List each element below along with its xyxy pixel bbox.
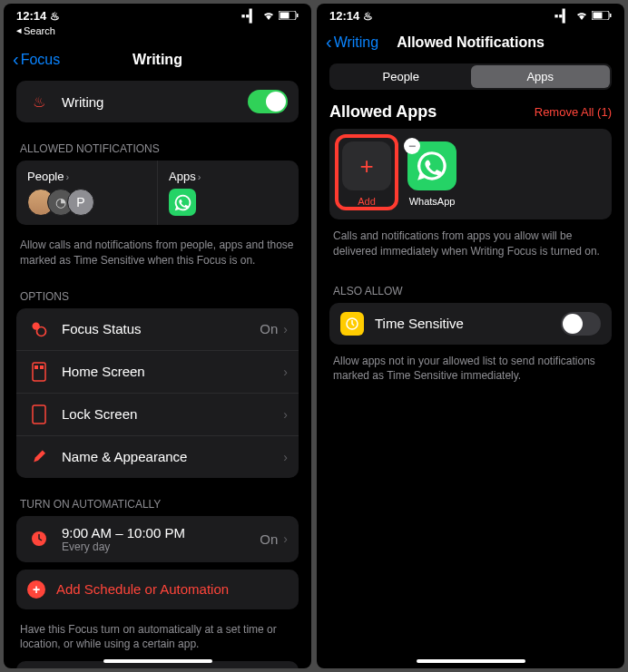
- phone-right: 12:14 ♨ ▪▪▎ ‹ Writing Allowed Notificati…: [317, 4, 624, 668]
- time-sensitive-toggle[interactable]: [561, 312, 601, 336]
- back-button[interactable]: ‹ Focus: [13, 49, 60, 70]
- home-indicator[interactable]: [103, 659, 212, 663]
- time-sensitive-group: Time Sensitive: [329, 303, 612, 345]
- remove-app-badge[interactable]: −: [404, 138, 420, 154]
- plus-icon: +: [359, 152, 373, 180]
- phone-left: 12:14 ♨ ▪▪▎ ◂ Search ‹ Focus Writing ♨ W…: [4, 4, 311, 668]
- name-appearance-row[interactable]: Name & Appearance ›: [16, 436, 299, 478]
- svg-rect-12: [610, 14, 612, 17]
- lock-screen-row[interactable]: Lock Screen ›: [16, 394, 299, 436]
- focus-status-value: On: [260, 321, 278, 336]
- svg-rect-7: [40, 365, 44, 369]
- svg-rect-1: [280, 13, 289, 19]
- status-time: 12:14: [329, 9, 359, 23]
- allowed-notifications-header: ALLOWED NOTIFICATIONS: [16, 130, 299, 161]
- cellular-icon: ▪▪▎: [554, 9, 572, 23]
- focus-toggle[interactable]: [248, 90, 288, 113]
- notif-footer: Allow calls and notifications from peopl…: [16, 232, 299, 278]
- tab-people[interactable]: People: [331, 65, 471, 88]
- lock-screen-icon: [27, 403, 51, 426]
- chevron-right-icon: ›: [65, 171, 69, 182]
- svg-point-3: [33, 322, 40, 329]
- tab-apps[interactable]: Apps: [471, 65, 611, 88]
- schedule-sub: Every day: [62, 541, 260, 553]
- add-schedule-group: + Add Schedule or Automation: [16, 570, 299, 609]
- app-whatsapp[interactable]: − WhatsApp: [407, 141, 456, 207]
- chevron-right-icon: ›: [198, 171, 201, 182]
- nav-bar: ‹ Focus Writing: [4, 42, 311, 81]
- writing-focus-icon: ♨: [27, 90, 51, 113]
- add-app-button[interactable]: + Add: [342, 141, 391, 207]
- ts-footer: Allow apps not in your allowed list to s…: [317, 350, 624, 397]
- clock-icon: [27, 527, 51, 550]
- status-bar: 12:14 ♨ ▪▪▎: [317, 4, 624, 24]
- status-time: 12:14: [16, 9, 46, 23]
- battery-icon: [592, 9, 612, 23]
- pencil-icon: [27, 445, 51, 469]
- chevron-left-icon: ‹: [326, 32, 332, 53]
- chevron-right-icon: ›: [283, 531, 288, 546]
- svg-rect-2: [297, 14, 299, 17]
- time-sensitive-row[interactable]: Time Sensitive: [329, 303, 612, 345]
- remove-all-button[interactable]: Remove All (1): [535, 105, 612, 119]
- back-caret-icon: ◂: [16, 24, 22, 36]
- back-to-search[interactable]: ◂ Search: [4, 24, 311, 42]
- back-button[interactable]: ‹ Writing: [326, 32, 378, 53]
- chevron-left-icon: ‹: [13, 49, 19, 70]
- wifi-icon: [575, 9, 588, 23]
- time-sensitive-icon: [340, 312, 364, 336]
- plus-icon: +: [27, 580, 45, 599]
- schedule-group: 9:00 AM – 10:00 PM Every day On ›: [16, 516, 299, 562]
- status-icons: ▪▪▎: [554, 9, 612, 23]
- focus-toggle-group: ♨ Writing: [16, 81, 299, 122]
- focus-indicator-icon: ♨: [50, 10, 60, 23]
- focus-toggle-row[interactable]: ♨ Writing: [16, 81, 299, 122]
- also-allow-header: ALSO ALLOW: [317, 272, 624, 303]
- chevron-right-icon: ›: [283, 407, 288, 422]
- svg-rect-6: [34, 365, 38, 369]
- apps-footer: Calls and notifications from apps you al…: [317, 225, 624, 272]
- whatsapp-icon: [169, 189, 196, 216]
- allowed-apps-title: Allowed Apps: [329, 102, 437, 122]
- options-header: OPTIONS: [16, 278, 299, 308]
- wifi-icon: [262, 9, 275, 23]
- status-bar: 12:14 ♨ ▪▪▎: [4, 4, 311, 24]
- nav-bar: ‹ Writing Allowed Notifications: [317, 24, 624, 63]
- allowed-notifications-group: People › ◔ P Apps ›: [16, 161, 299, 225]
- focus-name-label: Writing: [62, 94, 248, 110]
- chevron-right-icon: ›: [283, 365, 288, 379]
- home-screen-row[interactable]: Home Screen ›: [16, 351, 299, 394]
- svg-rect-8: [33, 405, 45, 424]
- allowed-people[interactable]: People › ◔ P: [16, 161, 158, 225]
- avatar-initial: P: [67, 189, 94, 216]
- chevron-right-icon: ›: [283, 450, 288, 464]
- svg-rect-11: [594, 13, 603, 19]
- status-icons: ▪▪▎: [241, 9, 299, 23]
- focus-indicator-icon: ♨: [363, 10, 373, 23]
- schedule-time: 9:00 AM – 10:00 PM: [62, 525, 260, 541]
- segmented-control[interactable]: People Apps: [329, 63, 612, 90]
- schedule-footer: Have this Focus turn on automatically at…: [16, 617, 299, 662]
- add-schedule-button[interactable]: + Add Schedule or Automation: [16, 570, 299, 609]
- schedule-row[interactable]: 9:00 AM – 10:00 PM Every day On ›: [16, 516, 299, 562]
- allowed-apps-grid: + Add − WhatsApp: [329, 129, 612, 219]
- battery-icon: [279, 9, 299, 23]
- chevron-right-icon: ›: [283, 322, 288, 336]
- home-screen-icon: [27, 360, 51, 384]
- allowed-apps[interactable]: Apps ›: [158, 161, 299, 225]
- people-avatars: ◔ P: [27, 189, 146, 216]
- turn-on-header: TURN ON AUTOMATICALLY: [16, 485, 299, 516]
- focus-status-row[interactable]: Focus Status On ›: [16, 308, 299, 351]
- cellular-icon: ▪▪▎: [241, 9, 259, 23]
- svg-point-4: [37, 326, 46, 336]
- focus-status-icon: [27, 317, 51, 341]
- add-tile: +: [342, 141, 391, 190]
- home-indicator[interactable]: [417, 659, 525, 663]
- options-group: Focus Status On › Home Screen › Lock Scr…: [16, 308, 299, 478]
